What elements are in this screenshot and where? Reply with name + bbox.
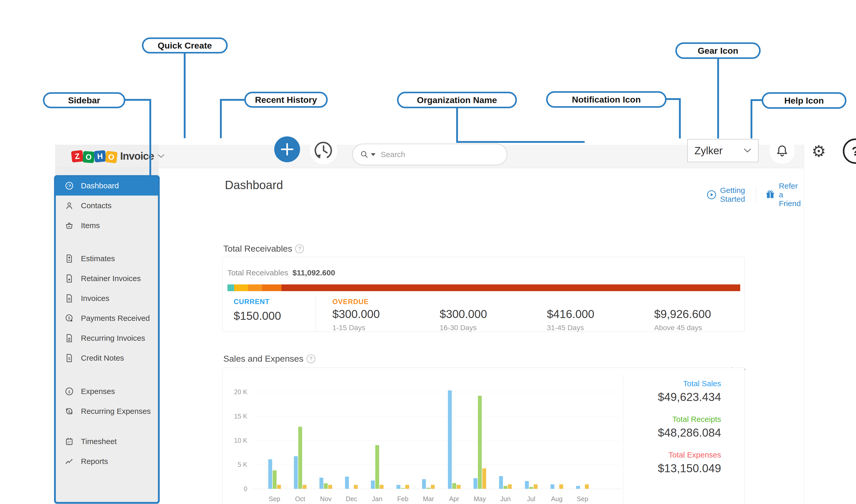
receivables-aging-bar	[228, 284, 740, 291]
search-scope-caret-icon[interactable]	[371, 153, 376, 156]
svg-text:$: $	[68, 410, 70, 414]
x-axis-label-oct2016: Oct2016	[288, 495, 313, 504]
total-entry-total-expenses: Total Expenses$13,150.049	[658, 451, 721, 475]
notification-connector-v	[679, 98, 681, 139]
bell-icon	[775, 144, 789, 158]
bar-sales-dec2016	[345, 476, 349, 489]
sidebar-item-estimates[interactable]: Estimates	[55, 249, 159, 268]
search-input[interactable]	[380, 150, 500, 159]
sidebar-item-recurring-invoices[interactable]: Recurring Invoices	[55, 328, 159, 348]
bar-sales-jun2017	[499, 476, 503, 489]
items-basket-icon	[64, 221, 74, 230]
sidebar-item-reports[interactable]: Reports	[55, 451, 159, 471]
sidebar-item-invoices[interactable]: Invoices	[55, 288, 159, 308]
total-value: $49,623.434	[658, 391, 721, 403]
sidebar-item-expenses[interactable]: $Expenses	[55, 381, 159, 401]
x-axis-label-mar2017: Mar2017	[416, 495, 441, 504]
svg-text:$: $	[68, 357, 70, 361]
logo-block-o1: O	[83, 151, 94, 163]
sidebar-item-items[interactable]: Items	[55, 215, 159, 235]
settings-button[interactable]: ⚙	[806, 139, 832, 164]
sidebar-item-label: Invoices	[81, 294, 109, 303]
aging-amount: $9,926.600	[654, 308, 745, 321]
sidebar-item-label: Recurring Invoices	[81, 334, 145, 343]
receivables-summary-value: $11,092.600	[292, 268, 335, 277]
sidebar-item-label: Credit Notes	[81, 354, 124, 362]
column-label-spacer	[547, 298, 638, 306]
sidebar-item-credit-notes[interactable]: $Credit Notes	[55, 348, 159, 368]
sidebar-item-timesheet[interactable]: Timesheet	[55, 431, 159, 451]
total-receivables-card: Total Receivables $11,092.600 CURRENT $1…	[222, 257, 745, 332]
bar-expenses-jan2017	[380, 485, 384, 489]
timesheet-calendar-icon	[64, 436, 74, 446]
callout-notification-icon-label: Notification Icon	[572, 94, 641, 105]
total-receivables-section-title: Total Receivables ?	[223, 244, 304, 254]
organization-dropdown[interactable]: Zylker	[687, 139, 759, 162]
bar-receipts-jul2017	[529, 487, 533, 489]
bar-sales-sep2016	[268, 459, 272, 489]
gridline-15K	[252, 416, 622, 416]
search-bar[interactable]	[352, 144, 507, 165]
sidebar-item-label: Estimates	[81, 254, 115, 263]
recent-history-connector-v	[220, 99, 222, 138]
bar-sales-aug2017	[551, 484, 554, 489]
notification-connector-h	[666, 98, 681, 100]
sidebar-item-payments-received[interactable]: $Payments Received	[55, 308, 159, 328]
sidebar-connector-h	[125, 99, 151, 101]
logo-product-name: Invoice	[120, 150, 154, 162]
sidebar-connector-v	[149, 99, 151, 176]
bar-sales-nov2016	[319, 478, 323, 489]
aging-period-label: 16-30 Days	[440, 324, 530, 332]
sidebar-item-label: Retainer Invoices	[81, 274, 141, 283]
bar-receipts-may2017	[478, 396, 482, 489]
callout-gear-icon-label: Gear Icon	[698, 46, 738, 56]
callout-quick-create-label: Quick Create	[158, 40, 212, 51]
x-axis-label-feb2017: Feb2017	[391, 495, 415, 504]
info-question-icon[interactable]: ?	[295, 245, 304, 253]
refer-a-friend-link[interactable]: Refer a Friend	[765, 182, 804, 208]
overdue-label: OVERDUE	[332, 298, 423, 306]
credit-note-icon: $	[64, 353, 74, 363]
y-axis-tick: 0	[223, 485, 247, 493]
sidebar-item-label: Dashboard	[81, 181, 119, 190]
bar-receipts-feb2017	[401, 488, 405, 489]
callout-organization-name: Organization Name	[397, 92, 517, 108]
receivables-aging-row: CURRENT $150.000 OVERDUE$300.0001-15 Day…	[223, 296, 745, 332]
aging-column-16-30-days: $300.00016-30 Days	[423, 296, 530, 332]
bar-expenses-apr2017	[457, 485, 461, 489]
aging-segment-overdue-31-45-days	[262, 284, 282, 291]
recent-history-button[interactable]	[311, 139, 336, 163]
sidebar-menu: DashboardContactsItemsEstimatesRetainer …	[55, 176, 159, 471]
help-button[interactable]: ?	[843, 139, 856, 164]
aging-column-31-45-days: $416.00031-45 Days	[530, 296, 638, 332]
bar-sales-oct2016	[294, 456, 298, 489]
sales-expenses-card: 20 K15 K10 K5 K0Sep2016Oct2016Nov2016Dec…	[222, 367, 745, 504]
callout-quick-create: Quick Create	[142, 37, 228, 53]
getting-started-link[interactable]: Getting Started	[707, 186, 747, 203]
app-window: Zylker ⚙ ? ZOHO Invoice	[55, 145, 804, 504]
gridline-20K	[252, 392, 622, 392]
getting-started-label: Getting Started	[720, 186, 747, 203]
quick-create-button[interactable]	[274, 137, 300, 162]
callout-notification-icon: Notification Icon	[546, 91, 666, 108]
sidebar-item-recurring-expenses[interactable]: $Recurring Expenses	[55, 401, 159, 421]
bar-expenses-oct2016	[303, 485, 306, 489]
tutorial-annotated-screenshot: Quick Create Sidebar Recent History Orga…	[0, 0, 856, 504]
menu-gap	[55, 235, 159, 249]
bar-receipts-apr2017	[452, 483, 456, 489]
notification-button[interactable]	[769, 139, 795, 164]
sidebar-item-dashboard[interactable]: Dashboard	[55, 176, 159, 196]
info-question-icon[interactable]: ?	[306, 355, 315, 363]
sales-expenses-title-text: Sales and Expenses	[223, 354, 303, 364]
chevron-down-icon[interactable]	[158, 154, 164, 158]
logo-area[interactable]: ZOHO Invoice	[55, 145, 159, 168]
aging-period-label: 1-15 Days	[332, 324, 423, 332]
quick-create-connector	[184, 52, 185, 138]
logo-block-o3: O	[105, 150, 118, 163]
help-connector-h	[751, 99, 763, 101]
sidebar-item-retainer-invoices[interactable]: Retainer Invoices	[55, 268, 159, 288]
bar-receipts-jun2017	[503, 486, 507, 489]
sidebar-item-contacts[interactable]: Contacts	[55, 196, 159, 215]
organization-connector-h	[456, 141, 585, 143]
callout-recent-history: Recent History	[244, 92, 328, 108]
